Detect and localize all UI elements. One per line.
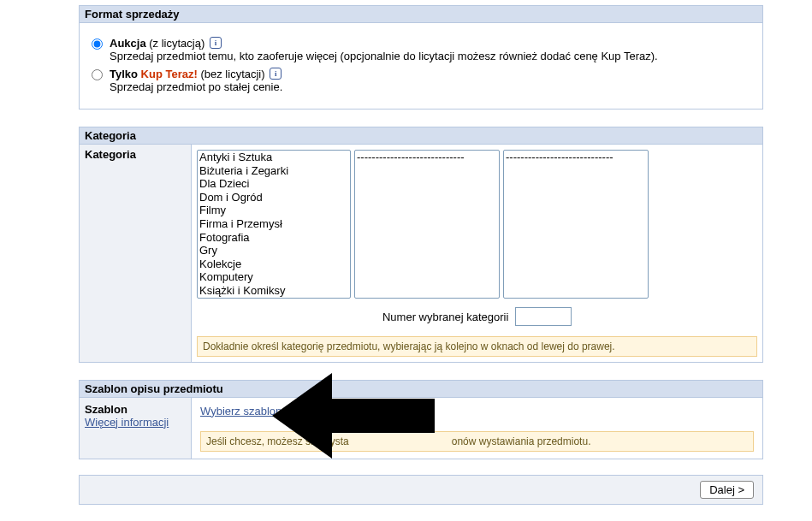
kup-teraz-text: Kup Teraz! xyxy=(141,68,198,80)
info-icon[interactable]: i xyxy=(270,68,282,80)
category-option[interactable]: Książki i Komiksy xyxy=(198,284,350,298)
buynow-label: Tylko xyxy=(110,68,141,80)
category-number-label: Numer wybranej kategorii xyxy=(382,310,508,323)
category-option[interactable]: Gry xyxy=(198,244,350,258)
category-label: Kategoria xyxy=(80,145,192,362)
category-heading: Kategoria xyxy=(79,127,763,145)
category-select-3[interactable]: ----------------------------- xyxy=(503,150,649,299)
category-selects: Antyki i SztukaBiżuteria i ZegarkiDla Dz… xyxy=(197,150,757,299)
category-option[interactable]: Fotografia xyxy=(198,231,350,245)
format-radio-buynow[interactable] xyxy=(92,69,103,80)
category-option[interactable]: Biżuteria i Zegarki xyxy=(198,164,350,178)
category-option[interactable]: Kolekcje xyxy=(198,258,350,271)
template-more-link[interactable]: Więcej informacji xyxy=(85,416,169,429)
auction-label: Aukcja xyxy=(110,37,146,50)
form-wrapper: Format sprzedaży Aukcja (z licytacją) i … xyxy=(79,0,763,505)
format-body: Aukcja (z licytacją) i Sprzedaj przedmio… xyxy=(79,23,763,110)
format-heading: Format sprzedaży xyxy=(79,5,763,23)
template-choose-link[interactable]: Wybierz szablon > xyxy=(200,405,291,417)
category-select-2[interactable]: ----------------------------- xyxy=(354,150,500,299)
auction-parens: (z licytacją) xyxy=(149,37,204,50)
category-number-row: Numer wybranej kategorii xyxy=(197,299,757,331)
category-option[interactable]: Antyki i Sztuka xyxy=(198,151,350,164)
category-option[interactable]: Dom i Ogród xyxy=(198,191,350,204)
template-heading: Szablon opisu przedmiotu xyxy=(79,380,763,398)
template-hint: Jeśli chcesz, możesz skorzystaonów wysta… xyxy=(200,431,754,452)
category-select-1[interactable]: Antyki i SztukaBiżuteria i ZegarkiDla Dz… xyxy=(197,150,351,299)
category-option[interactable]: Komputery xyxy=(198,270,350,284)
next-button[interactable]: Dalej > xyxy=(700,481,754,499)
template-label: Szablon xyxy=(85,403,186,416)
format-option-buynow[interactable]: Tylko Kup Teraz! (bez licytacji) i Sprze… xyxy=(92,68,750,93)
category-hint: Dokładnie określ kategorię przedmiotu, w… xyxy=(197,336,757,357)
category-option[interactable]: Filmy xyxy=(198,204,350,217)
category-option[interactable]: Firma i Przemysł xyxy=(198,217,350,231)
cat3-placeholder: ----------------------------- xyxy=(504,151,648,164)
button-bar: Dalej > xyxy=(79,475,763,505)
auction-desc: Sprzedaj przedmiot temu, kto zaoferuje w… xyxy=(110,50,658,62)
buynow-parens: (bez licytacji) xyxy=(200,68,264,80)
template-section: Szablon Więcej informacji Wybierz szablo… xyxy=(79,398,763,459)
buynow-desc: Sprzedaj przedmiot po stałej cenie. xyxy=(110,80,282,93)
category-option[interactable]: Dla Dzieci xyxy=(198,177,350,191)
category-number-input[interactable] xyxy=(515,307,572,326)
info-icon[interactable]: i xyxy=(210,37,222,49)
category-section: Kategoria Antyki i SztukaBiżuteria i Zeg… xyxy=(79,145,763,363)
format-radio-auction[interactable] xyxy=(92,38,103,50)
cat2-placeholder: ----------------------------- xyxy=(355,151,499,164)
format-option-auction[interactable]: Aukcja (z licytacją) i Sprzedaj przedmio… xyxy=(92,37,750,62)
